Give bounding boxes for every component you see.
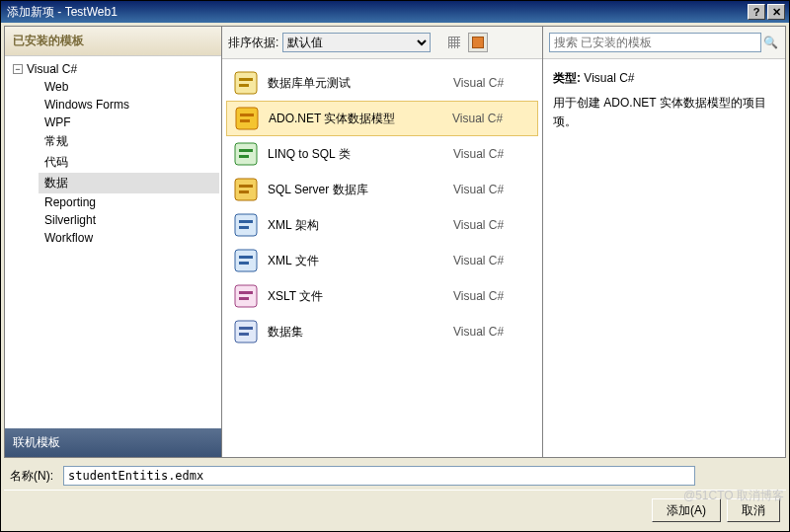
svg-rect-21 [235,321,257,342]
svg-rect-5 [240,119,250,122]
tree-root-label: Visual C# [27,62,77,76]
template-name: 数据集 [268,324,445,341]
svg-rect-12 [235,214,257,236]
name-input[interactable] [63,466,695,486]
svg-rect-8 [239,155,249,158]
tree-item-windows-forms[interactable]: Windows Forms [39,96,219,114]
window-title: 添加新项 - TestWeb1 [5,4,746,21]
template-item[interactable]: XML 文件Visual C# [226,243,538,278]
online-templates-header[interactable]: 联机模板 [5,428,221,457]
titlebar: 添加新项 - TestWeb1 ? ✕ [1,1,789,23]
svg-rect-0 [235,72,257,94]
xml-file-icon [232,247,260,274]
db-test-icon [232,69,260,97]
template-name: LINQ to SQL 类 [268,146,445,163]
template-item[interactable]: XSLT 文件Visual C# [226,278,538,314]
template-tree[interactable]: − Visual C# WebWindows FormsWPF常规代码数据Rep… [5,56,221,428]
svg-rect-14 [239,226,249,229]
tree-item-reporting[interactable]: Reporting [39,193,219,211]
svg-rect-19 [239,291,253,294]
cancel-button[interactable]: 取消 [727,498,780,522]
sort-by-label: 排序依据: [228,35,278,51]
template-name: XSLT 文件 [268,288,445,305]
svg-rect-9 [235,179,257,200]
name-label: 名称(N): [10,468,53,485]
tree-root-visual-csharp[interactable]: − Visual C# [7,60,219,78]
tree-item-web[interactable]: Web [39,78,219,96]
sort-by-select[interactable]: 默认值 [282,33,431,52]
template-item[interactable]: 数据集Visual C# [226,314,538,349]
xslt-file-icon [232,282,260,310]
template-name: SQL Server 数据库 [268,182,445,198]
template-name: XML 文件 [268,253,445,269]
type-line: 类型: Visual C# [553,69,775,88]
linq-sql-icon [232,140,260,168]
template-list[interactable]: 数据库单元测试Visual C#ADO.NET 实体数据模型Visual C#L… [222,59,542,457]
tree-item-代码[interactable]: 代码 [39,152,219,173]
close-button[interactable]: ✕ [767,4,785,20]
template-name: ADO.NET 实体数据模型 [269,111,444,127]
xml-schema-icon [232,211,260,239]
tree-item-数据[interactable]: 数据 [39,173,219,193]
svg-rect-4 [240,114,254,116]
installed-templates-header: 已安装的模板 [5,27,221,56]
template-lang: Visual C# [453,147,532,161]
template-item[interactable]: LINQ to SQL 类Visual C# [226,136,538,172]
tree-item-silverlight[interactable]: Silverlight [39,211,219,229]
template-name: 数据库单元测试 [268,75,445,92]
tree-item-常规[interactable]: 常规 [39,131,219,152]
view-medium-icons-button[interactable] [468,33,488,52]
svg-rect-6 [235,143,257,165]
svg-rect-20 [239,297,249,300]
svg-rect-23 [239,333,249,336]
svg-rect-13 [239,220,253,223]
svg-rect-10 [239,185,253,188]
ado-edm-icon [233,105,261,132]
template-item[interactable]: SQL Server 数据库Visual C# [226,172,538,207]
add-button[interactable]: 添加(A) [652,498,721,522]
svg-rect-22 [239,327,253,330]
dataset-icon [232,318,260,345]
template-item[interactable]: 数据库单元测试Visual C# [226,65,538,101]
svg-rect-15 [235,250,257,271]
template-item[interactable]: ADO.NET 实体数据模型Visual C# [226,101,538,136]
svg-rect-18 [235,285,257,307]
svg-rect-3 [236,108,258,129]
view-small-icons-button[interactable] [444,33,464,52]
search-input[interactable]: 搜索 已安装的模板 [549,33,761,52]
svg-rect-1 [239,78,253,81]
tree-item-workflow[interactable]: Workflow [39,229,219,247]
template-item[interactable]: XML 架构Visual C# [226,207,538,243]
template-lang: Visual C# [453,76,532,90]
template-lang: Visual C# [453,325,532,339]
template-lang: Visual C# [453,289,532,303]
template-name: XML 架构 [268,217,445,234]
svg-rect-11 [239,190,249,193]
svg-rect-17 [239,262,249,265]
svg-rect-2 [239,84,249,87]
tree-collapse-icon[interactable]: − [13,64,23,74]
tree-item-wpf[interactable]: WPF [39,114,219,131]
search-icon[interactable]: 🔍 [761,36,779,49]
sql-db-icon [232,176,260,203]
svg-rect-16 [239,256,253,259]
template-lang: Visual C# [453,254,532,267]
template-lang: Visual C# [453,183,532,196]
template-description: 用于创建 ADO.NET 实体数据模型的项目项。 [553,94,775,131]
svg-rect-7 [239,149,253,152]
template-lang: Visual C# [452,112,531,125]
template-lang: Visual C# [453,218,532,232]
help-button[interactable]: ? [748,4,765,20]
